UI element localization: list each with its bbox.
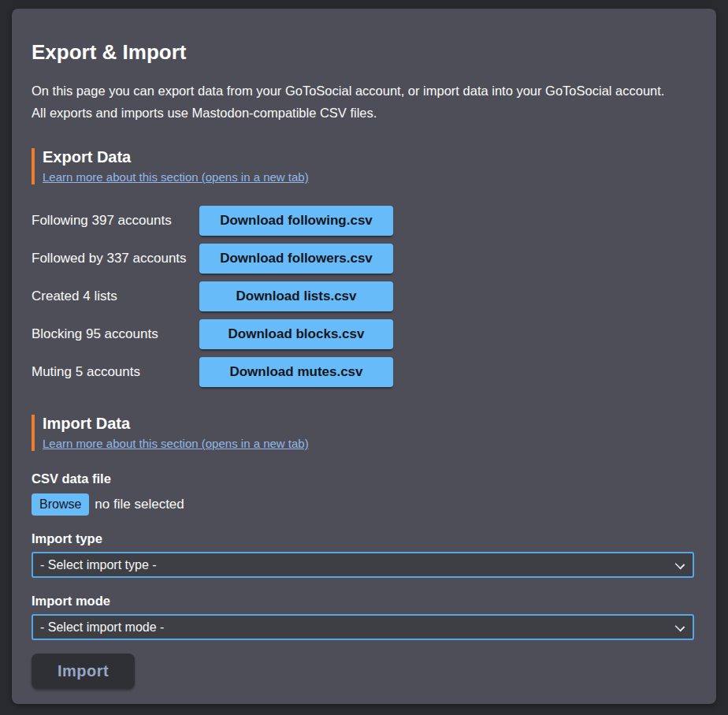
csv-file-field: CSV data file Browse no file selected	[32, 471, 696, 516]
download-followers-button[interactable]: Download followers.csv	[199, 244, 393, 274]
file-input-row: Browse no file selected	[32, 493, 696, 516]
browse-button[interactable]: Browse	[32, 493, 89, 516]
export-section-heading: Export Data	[43, 148, 696, 166]
intro-line-2: All exports and imports use Mastodon-com…	[32, 102, 696, 124]
export-section-header: Export Data Learn more about this sectio…	[32, 148, 696, 184]
export-row-followers: Followed by 337 accounts Download follow…	[32, 244, 696, 274]
export-row-following: Following 397 accounts Download followin…	[32, 206, 696, 236]
import-mode-label: Import mode	[32, 594, 696, 609]
export-row-label: Blocking 95 accounts	[32, 326, 199, 342]
export-row-lists: Created 4 lists Download lists.csv	[32, 281, 696, 311]
export-row-blocks: Blocking 95 accounts Download blocks.csv	[32, 319, 696, 349]
import-mode-field: Import mode - Select import mode -	[32, 594, 696, 640]
csv-file-label: CSV data file	[32, 471, 696, 486]
export-row-label: Followed by 337 accounts	[32, 251, 199, 266]
page-title: Export & Import	[32, 40, 696, 65]
import-mode-select[interactable]: - Select import mode -	[32, 614, 694, 640]
download-blocks-button[interactable]: Download blocks.csv	[199, 319, 393, 349]
import-section-heading: Import Data	[43, 415, 696, 433]
import-type-label: Import type	[32, 531, 696, 546]
intro-line-1: On this page you can export data from yo…	[32, 80, 696, 102]
export-learn-more-link[interactable]: Learn more about this section (opens in …	[43, 170, 309, 184]
intro-text: On this page you can export data from yo…	[32, 80, 696, 124]
export-import-panel: Export & Import On this page you can exp…	[12, 9, 716, 704]
import-submit-button[interactable]: Import	[32, 654, 135, 689]
import-type-select[interactable]: - Select import type -	[32, 552, 694, 578]
export-row-label: Created 4 lists	[32, 289, 199, 304]
import-section-header: Import Data Learn more about this sectio…	[32, 415, 696, 451]
export-row-label: Muting 5 accounts	[32, 364, 199, 380]
export-row-mutes: Muting 5 accounts Download mutes.csv	[32, 357, 696, 387]
download-mutes-button[interactable]: Download mutes.csv	[199, 357, 393, 387]
file-status-text: no file selected	[95, 497, 184, 512]
download-following-button[interactable]: Download following.csv	[199, 206, 393, 236]
export-rows: Following 397 accounts Download followin…	[32, 206, 696, 387]
export-row-label: Following 397 accounts	[32, 213, 199, 229]
import-learn-more-link[interactable]: Learn more about this section (opens in …	[43, 437, 309, 450]
import-type-select-wrap: - Select import type -	[32, 552, 694, 578]
import-type-field: Import type - Select import type -	[32, 531, 696, 578]
download-lists-button[interactable]: Download lists.csv	[199, 281, 393, 311]
import-mode-select-wrap: - Select import mode -	[32, 614, 694, 640]
